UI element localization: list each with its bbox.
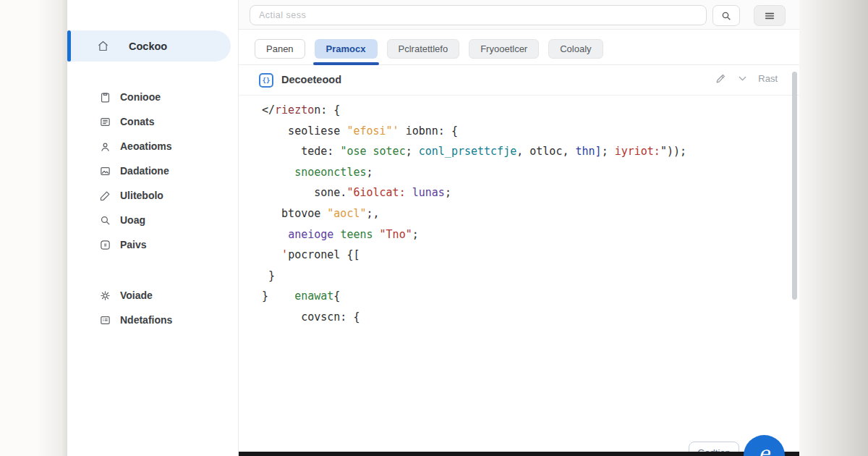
- edit-icon[interactable]: [715, 72, 727, 85]
- search-icon: [99, 214, 111, 227]
- code-line: covscn: {: [262, 307, 783, 328]
- code-line: }: [262, 266, 783, 287]
- sidebar-item-active-home[interactable]: Cockoo: [67, 30, 231, 62]
- card-icon: [99, 314, 111, 326]
- list-icon: [99, 116, 111, 128]
- sidebar-nav: ConiooeConatsAeoatiomsDadationeUlitebolo…: [67, 85, 239, 332]
- code-line: 'pocronel {[: [262, 245, 783, 266]
- code-line: } enawat{: [262, 286, 783, 307]
- menu-icon: [764, 10, 775, 22]
- code-icon: {}: [259, 73, 273, 88]
- sidebar-item-conats[interactable]: Conats: [67, 109, 239, 134]
- tab-pramocx[interactable]: Pramocx: [315, 39, 378, 59]
- panel-title: Decoeteood: [281, 74, 341, 85]
- code-line: tede: "ose sotec; conl_prsettcfje, otloc…: [262, 141, 783, 162]
- active-indicator-bar: [67, 30, 71, 62]
- sidebar-item-dadatione[interactable]: Dadatione: [67, 159, 239, 183]
- sidebar-item-paivs[interactable]: Paivs: [67, 232, 239, 257]
- sidebar-active-label: Cockoo: [129, 41, 167, 52]
- sidebar-group: VoiadeNdetafions: [67, 283, 239, 332]
- tab-fryooetlcer[interactable]: Fryooetlcer: [469, 39, 539, 59]
- menu-button[interactable]: [754, 5, 786, 26]
- sidebar: Cockoo ConiooeConatsAeoatiomsDadationeUl…: [67, 0, 239, 456]
- clipboard-icon: [99, 91, 111, 104]
- sidebar-item-voiade[interactable]: Voiade: [67, 283, 239, 308]
- bottom-edge-bar: [239, 452, 799, 456]
- sidebar-item-label: Aeoatioms: [120, 140, 172, 152]
- sidebar-item-label: Paivs: [120, 239, 147, 250]
- sidebar-item-aeoatioms[interactable]: Aeoatioms: [67, 134, 239, 159]
- search-button[interactable]: [712, 5, 740, 26]
- sidebar-item-label: Ulitebolo: [120, 190, 163, 201]
- sidebar-item-label: Dadatione: [120, 165, 169, 177]
- app-window: Cockoo ConiooeConatsAeoatiomsDadationeUl…: [67, 0, 799, 456]
- code-line: seoliese "efosi"' iobnn: {: [262, 121, 783, 142]
- code-line: sone."6iolcat: lunas;: [262, 182, 783, 203]
- gear-icon: [99, 290, 111, 302]
- pencil-icon: [99, 190, 111, 202]
- sidebar-item-label: Ndetafions: [120, 314, 172, 326]
- sidebar-item-uoag[interactable]: Uoag: [67, 208, 239, 232]
- code-line: btovoe "aocl";,: [262, 203, 783, 224]
- search-icon: [720, 10, 732, 22]
- tab-pclratettlefo[interactable]: Pclratettlefo: [387, 39, 460, 59]
- main-area: PanenPramocxPclratettlefoFryooetlcerColo…: [239, 0, 799, 456]
- panel-header: {} Decoeteood Rast: [239, 65, 799, 96]
- user-icon: [99, 140, 111, 153]
- panel-header-actions: Rast: [715, 72, 778, 85]
- tab-list: PanenPramocxPclratettlefoFryooetlcerColo…: [255, 39, 603, 59]
- sidebar-item-label: Coniooe: [120, 91, 161, 103]
- tab-coloaly[interactable]: Coloaly: [548, 39, 603, 59]
- sidebar-item-ndetafions[interactable]: Ndetafions: [67, 308, 239, 332]
- code-line: aneioge teens "Tno";: [262, 224, 783, 245]
- sidebar-item-label: Conats: [120, 116, 154, 127]
- code-editor: </riezton: { seoliese "efosi"' iobnn: { …: [262, 100, 783, 328]
- code-line: </riezton: {: [262, 100, 783, 121]
- background-left-gutter: [0, 0, 67, 456]
- sidebar-group: ConiooeConatsAeoatiomsDadationeUlitebolo…: [67, 85, 239, 257]
- search-input[interactable]: [250, 5, 707, 25]
- code-line: snoeonctles;: [262, 162, 783, 183]
- background-right-gutter: [799, 0, 868, 456]
- sidebar-item-ulitebolo[interactable]: Ulitebolo: [67, 183, 239, 208]
- sidebar-item-label: Voiade: [120, 290, 153, 301]
- fab-button[interactable]: e: [744, 435, 785, 456]
- tabs-row: PanenPramocxPclratettlefoFryooetlcerColo…: [239, 30, 799, 65]
- image-icon: [99, 165, 111, 177]
- top-bar: [239, 0, 799, 30]
- sidebar-item-coniooe[interactable]: Coniooe: [67, 85, 239, 109]
- tab-panen[interactable]: Panen: [255, 39, 305, 59]
- scrollbar-thumb[interactable]: [792, 72, 797, 300]
- fab-glyph-icon: e: [759, 442, 770, 456]
- chevron-down-icon[interactable]: [736, 72, 749, 85]
- panel-action-label[interactable]: Rast: [758, 73, 778, 84]
- app-icon: [99, 239, 111, 251]
- home-icon: [97, 40, 109, 52]
- sidebar-item-label: Uoag: [120, 214, 145, 226]
